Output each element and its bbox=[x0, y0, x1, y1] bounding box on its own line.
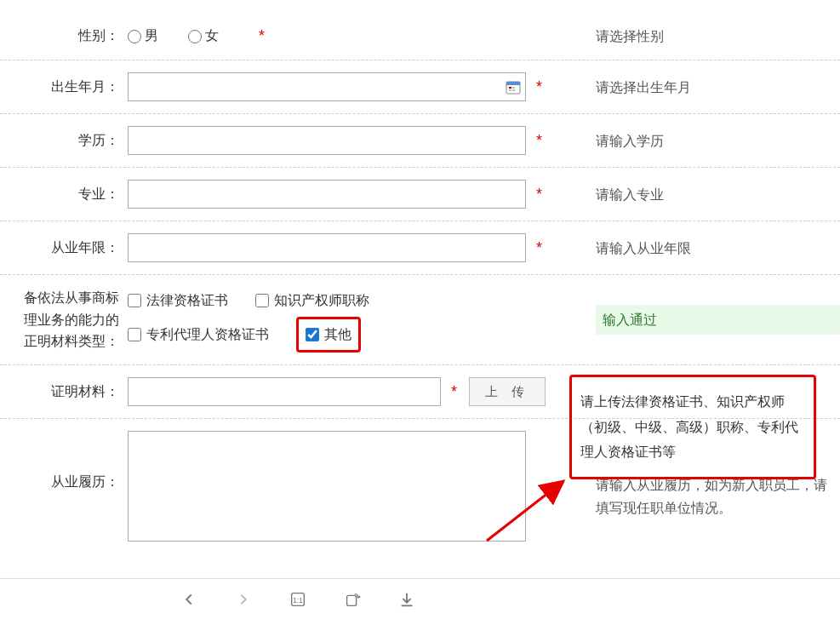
calendar-icon[interactable] bbox=[506, 79, 521, 95]
years-help: 请输入从业年限 bbox=[553, 237, 840, 260]
svg-rect-3 bbox=[512, 87, 515, 89]
material-type-opt2[interactable]: 知识产权师职称 bbox=[255, 287, 369, 314]
material-type-opt4-checkbox[interactable] bbox=[306, 328, 319, 341]
years-input[interactable] bbox=[128, 233, 526, 262]
material-type-opt3-checkbox[interactable] bbox=[128, 328, 141, 341]
major-field: * bbox=[128, 180, 553, 209]
material-type-opt2-checkbox[interactable] bbox=[255, 294, 269, 307]
material-type-opt1-text: 法律资格证书 bbox=[146, 287, 228, 314]
proof-field: * 上 传 bbox=[128, 377, 553, 406]
gender-female-input[interactable] bbox=[188, 30, 202, 43]
gender-female-radio[interactable]: 女 bbox=[188, 27, 219, 45]
back-icon[interactable] bbox=[179, 589, 199, 610]
gender-male-input[interactable] bbox=[128, 30, 141, 43]
material-type-label-line2: 理业务的能力的 bbox=[0, 309, 119, 331]
gender-male-radio[interactable]: 男 bbox=[128, 27, 158, 45]
row-gender: 性别： 男 女 * 请选择性别 bbox=[0, 13, 840, 60]
gender-field: 男 女 * bbox=[128, 27, 553, 45]
material-type-opt3-text: 专利代理人资格证书 bbox=[146, 321, 269, 348]
education-input[interactable] bbox=[128, 126, 526, 155]
row-material-type: 备依法从事商标 理业务的能力的 正明材料类型： 法律资格证书 知识产权师职称 专… bbox=[0, 275, 840, 365]
download-icon[interactable] bbox=[397, 589, 417, 610]
required-mark: * bbox=[536, 78, 542, 96]
required-mark: * bbox=[536, 132, 542, 150]
material-type-opt2-text: 知识产权师职称 bbox=[274, 287, 369, 314]
row-birthdate: 出生年月： * 请选择出生年月 bbox=[0, 60, 840, 114]
material-type-opt1-checkbox[interactable] bbox=[128, 294, 141, 307]
gender-radio-group: 男 女 * bbox=[128, 27, 265, 45]
major-help: 请输入专业 bbox=[553, 183, 840, 206]
birthdate-field: * bbox=[128, 72, 553, 101]
svg-rect-9 bbox=[347, 595, 357, 605]
major-input[interactable] bbox=[128, 180, 526, 209]
proof-input[interactable] bbox=[128, 377, 441, 406]
years-label: 从业年限： bbox=[0, 239, 128, 257]
material-type-label-line1: 备依法从事商标 bbox=[0, 287, 119, 309]
proof-label: 证明材料： bbox=[0, 383, 128, 401]
birthdate-help: 请选择出生年月 bbox=[553, 76, 840, 99]
svg-rect-1 bbox=[506, 82, 520, 85]
years-field: * bbox=[128, 233, 553, 262]
material-type-opt1[interactable]: 法律资格证书 bbox=[128, 287, 228, 314]
svg-rect-5 bbox=[512, 89, 515, 91]
required-mark: * bbox=[259, 27, 265, 45]
gender-female-text: 女 bbox=[205, 27, 219, 45]
career-field bbox=[128, 431, 553, 542]
row-education: 学历： * 请输入学历 bbox=[0, 114, 840, 168]
required-mark: * bbox=[536, 239, 542, 257]
education-help: 请输入学历 bbox=[553, 129, 840, 152]
material-type-label: 备依法从事商标 理业务的能力的 正明材料类型： bbox=[0, 287, 128, 352]
career-textarea[interactable] bbox=[128, 431, 526, 542]
required-mark: * bbox=[451, 383, 457, 401]
material-type-label-line3: 正明材料类型： bbox=[0, 330, 119, 352]
birthdate-label: 出生年月： bbox=[0, 78, 128, 96]
bottom-toolbar: 1:1 bbox=[0, 578, 840, 619]
svg-rect-4 bbox=[509, 89, 511, 91]
required-mark: * bbox=[536, 186, 542, 203]
education-field: * bbox=[128, 126, 553, 155]
forward-icon[interactable] bbox=[233, 589, 254, 610]
material-type-field: 法律资格证书 知识产权师职称 专利代理人资格证书 其他 bbox=[128, 287, 553, 352]
row-major: 专业： * 请输入专业 bbox=[0, 168, 840, 221]
material-type-opt4[interactable]: 其他 bbox=[306, 321, 351, 348]
birthdate-input[interactable] bbox=[128, 72, 526, 101]
major-label: 专业： bbox=[0, 186, 128, 203]
proof-help-highlight: 请上传法律资格证书、知识产权师（初级、中级、高级）职称、专利代理人资格证书等 bbox=[569, 375, 816, 479]
material-type-help: 输入通过 bbox=[596, 305, 840, 335]
career-label: 从业履历： bbox=[0, 431, 128, 491]
svg-rect-2 bbox=[509, 87, 511, 89]
gender-label: 性别： bbox=[0, 27, 128, 45]
rotate-icon[interactable] bbox=[342, 589, 363, 610]
material-type-opt4-text: 其他 bbox=[324, 321, 351, 348]
row-years: 从业年限： * 请输入从业年限 bbox=[0, 221, 840, 275]
gender-help: 请选择性别 bbox=[553, 25, 840, 48]
upload-button[interactable]: 上 传 bbox=[469, 377, 546, 406]
gender-male-text: 男 bbox=[145, 27, 158, 45]
material-type-opt4-highlight: 其他 bbox=[296, 317, 361, 352]
education-label: 学历： bbox=[0, 132, 128, 150]
actual-size-icon[interactable]: 1:1 bbox=[288, 589, 308, 610]
material-type-help-wrap: 输入通过 bbox=[553, 305, 840, 335]
svg-text:1:1: 1:1 bbox=[293, 596, 303, 604]
material-type-opt3[interactable]: 专利代理人资格证书 bbox=[128, 321, 269, 348]
